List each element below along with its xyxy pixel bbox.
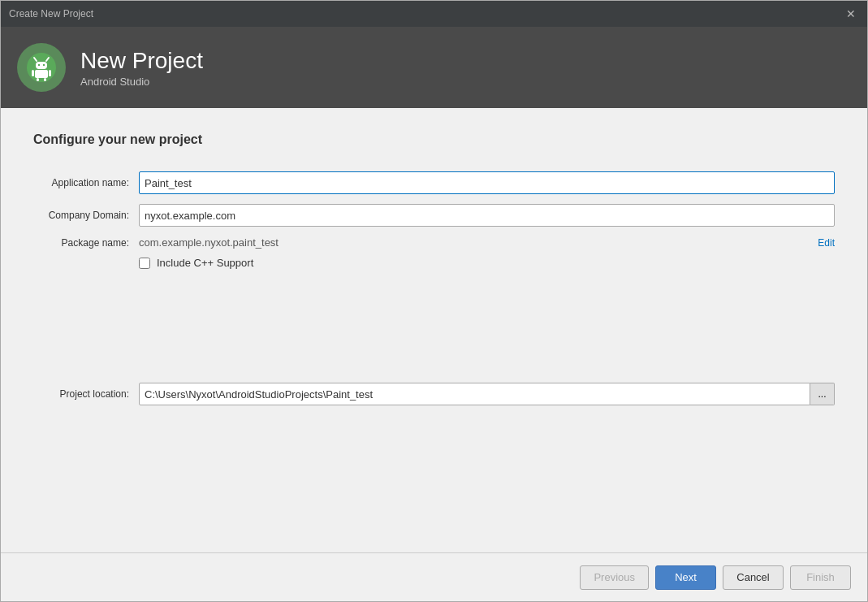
project-location-input-wrap: ... [139, 383, 835, 405]
package-name-row: Package name: com.example.nyxot.paint_te… [33, 236, 835, 249]
project-location-input[interactable] [139, 383, 810, 405]
form-area: Application name: Company Domain: Packag… [33, 171, 835, 536]
svg-point-5 [43, 64, 45, 66]
header-title: New Project [80, 47, 203, 75]
project-location-section: Project location: ... [33, 383, 835, 405]
package-name-label: Package name: [33, 237, 139, 249]
edit-package-link[interactable]: Edit [818, 237, 835, 249]
android-studio-logo [17, 43, 66, 92]
title-bar: Create New Project ✕ [1, 1, 867, 27]
company-domain-row: Company Domain: [33, 204, 835, 227]
include-cpp-checkbox[interactable] [139, 258, 150, 269]
previous-button[interactable]: Previous [580, 565, 649, 590]
cancel-button[interactable]: Cancel [723, 565, 784, 590]
content-area: Configure your new project Application n… [1, 108, 867, 552]
application-name-row: Application name: [33, 171, 835, 194]
company-domain-input[interactable] [139, 204, 835, 227]
section-title: Configure your new project [33, 132, 835, 147]
include-cpp-row: Include C++ Support [139, 257, 835, 269]
window-title: Create New Project [9, 8, 93, 19]
svg-rect-6 [35, 70, 48, 78]
header: New Project Android Studio [1, 27, 867, 108]
svg-rect-8 [49, 70, 51, 76]
application-name-label: Application name: [33, 177, 139, 188]
android-icon [26, 52, 57, 83]
svg-rect-9 [37, 78, 39, 81]
svg-rect-3 [36, 62, 47, 69]
create-new-project-window: Create New Project ✕ [0, 0, 868, 602]
header-text: New Project Android Studio [80, 47, 203, 89]
browse-button[interactable]: ... [810, 383, 835, 405]
next-button[interactable]: Next [655, 565, 716, 590]
project-location-row: Project location: ... [33, 383, 835, 405]
include-cpp-label: Include C++ Support [157, 257, 253, 269]
footer: Previous Next Cancel Finish [1, 552, 867, 601]
svg-rect-7 [32, 70, 34, 76]
application-name-input[interactable] [139, 171, 835, 194]
finish-button[interactable]: Finish [790, 565, 851, 590]
close-button[interactable]: ✕ [843, 6, 859, 22]
company-domain-label: Company Domain: [33, 210, 139, 221]
package-name-value: com.example.nyxot.paint_test [139, 236, 810, 249]
header-subtitle: Android Studio [80, 76, 203, 88]
project-location-label: Project location: [33, 388, 139, 400]
svg-rect-10 [44, 78, 46, 81]
svg-point-4 [38, 64, 40, 66]
